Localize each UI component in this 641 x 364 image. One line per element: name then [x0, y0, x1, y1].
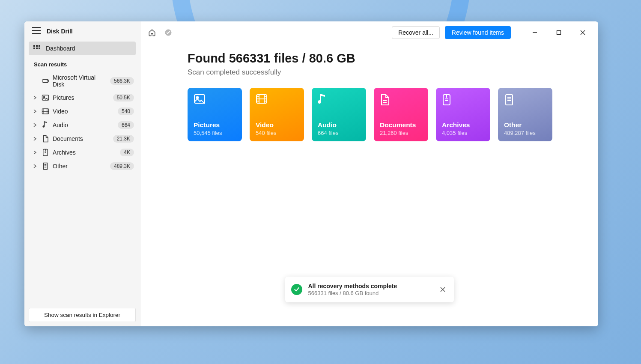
- card-title: Documents: [380, 121, 422, 129]
- tree-item-pictures[interactable]: Pictures50.5K: [24, 91, 140, 104]
- archives-icon: [442, 94, 484, 107]
- sidebar-footer: Show scan results in Explorer: [24, 304, 140, 326]
- chevron-right-icon: [32, 95, 38, 100]
- page-icon: [41, 162, 50, 170]
- toast-close-icon[interactable]: [438, 284, 448, 295]
- check-badge-icon[interactable]: [163, 27, 174, 38]
- pictures-icon: [194, 94, 236, 107]
- zip-icon: [41, 149, 50, 156]
- count-badge: 50.5K: [113, 94, 134, 101]
- svg-point-7: [47, 81, 48, 81]
- card-file-count: 664 files: [318, 130, 360, 136]
- card-documents[interactable]: Documents21,260 files: [374, 88, 428, 141]
- chevron-right-icon: [32, 123, 38, 127]
- sidebar-header: Disk Drill: [24, 21, 140, 42]
- sidebar: Disk Drill Dashboard Scan results Micros…: [24, 21, 140, 326]
- card-file-count: 50,545 files: [194, 130, 236, 136]
- nav-dashboard-label: Dashboard: [46, 45, 75, 52]
- tree-item-audio[interactable]: Audio664: [24, 118, 140, 132]
- card-title: Other: [504, 121, 546, 129]
- count-badge: 540: [118, 107, 134, 115]
- card-title: Audio: [318, 121, 360, 129]
- nav-dashboard[interactable]: Dashboard: [29, 42, 136, 55]
- svg-rect-0: [33, 45, 35, 47]
- card-file-count: 489,287 files: [504, 130, 546, 136]
- tree-item-documents[interactable]: Documents21.3K: [24, 132, 140, 146]
- card-audio[interactable]: Audio664 files: [312, 88, 366, 141]
- tree-item-microsoft-virtual-disk[interactable]: Microsoft Virtual Disk566.3K: [24, 71, 140, 91]
- card-title: Archives: [442, 121, 484, 129]
- image-icon: [41, 94, 50, 101]
- card-file-count: 4,035 files: [442, 130, 484, 136]
- tree-item-label: Documents: [53, 135, 110, 142]
- card-other[interactable]: Other489,287 files: [498, 88, 552, 141]
- svg-rect-13: [557, 31, 561, 35]
- card-title: Pictures: [194, 121, 236, 129]
- card-pictures[interactable]: Pictures50,545 files: [188, 88, 242, 141]
- count-badge: 21.3K: [113, 135, 134, 143]
- card-file-count: 21,260 files: [380, 130, 422, 136]
- count-badge: 566.3K: [110, 77, 134, 85]
- tree-item-label: Audio: [53, 122, 115, 128]
- tree-item-label: Archives: [53, 149, 117, 156]
- found-headline: Found 566331 files / 80.6 GB: [188, 51, 598, 66]
- chevron-right-icon: [32, 109, 38, 113]
- chevron-right-icon: [32, 150, 38, 155]
- scan-results-tree: Microsoft Virtual Disk566.3KPictures50.5…: [24, 71, 140, 173]
- category-cards: Pictures50,545 filesVideo540 filesAudio6…: [188, 88, 598, 141]
- main-area: Recover all... Review found items Found …: [140, 21, 598, 326]
- check-icon: [291, 284, 302, 295]
- film-icon: [41, 108, 50, 115]
- tree-item-label: Video: [53, 108, 115, 115]
- tree-item-video[interactable]: Video540: [24, 104, 140, 118]
- show-in-explorer-button[interactable]: Show scan results in Explorer: [29, 308, 136, 322]
- content: Found 566331 files / 80.6 GB Scan comple…: [140, 44, 598, 141]
- tree-item-label: Other: [53, 163, 107, 170]
- card-file-count: 540 files: [256, 130, 298, 136]
- grid-icon: [33, 45, 41, 52]
- svg-rect-3: [33, 48, 35, 49]
- review-found-items-button[interactable]: Review found items: [445, 26, 511, 39]
- tree-item-label: Pictures: [53, 94, 110, 101]
- count-badge: 489.3K: [110, 162, 134, 170]
- card-video[interactable]: Video540 files: [250, 88, 304, 141]
- app-window: Disk Drill Dashboard Scan results Micros…: [24, 21, 598, 326]
- window-minimize-icon[interactable]: [525, 26, 544, 39]
- card-title: Video: [256, 121, 298, 129]
- toast-subtitle: 566331 files / 80.6 GB found: [308, 290, 432, 296]
- tree-item-other[interactable]: Other489.3K: [24, 159, 140, 173]
- scan-results-label: Scan results: [24, 55, 140, 71]
- scan-status: Scan completed successfully: [188, 68, 598, 77]
- toolbar: Recover all... Review found items: [140, 21, 598, 44]
- card-archives[interactable]: Archives4,035 files: [436, 88, 490, 141]
- window-close-icon[interactable]: [573, 26, 592, 39]
- svg-rect-1: [36, 45, 38, 47]
- svg-rect-18: [506, 95, 513, 105]
- count-badge: 4K: [120, 149, 134, 156]
- note-icon: [41, 121, 50, 129]
- disk-icon: [41, 78, 50, 84]
- home-icon[interactable]: [146, 27, 158, 38]
- audio-icon: [318, 94, 360, 107]
- chevron-right-icon: [32, 164, 38, 168]
- other-icon: [504, 94, 546, 107]
- svg-rect-2: [39, 45, 40, 47]
- recover-all-button[interactable]: Recover all...: [392, 26, 440, 39]
- menu-icon[interactable]: [32, 27, 41, 36]
- completion-toast: All recovery methods complete 566331 fil…: [285, 277, 454, 302]
- count-badge: 664: [118, 121, 134, 129]
- svg-rect-5: [39, 48, 40, 49]
- tree-item-archives[interactable]: Archives4K: [24, 146, 140, 159]
- tree-item-label: Microsoft Virtual Disk: [53, 74, 107, 88]
- doc-icon: [41, 135, 50, 143]
- documents-icon: [380, 94, 422, 107]
- svg-rect-4: [36, 48, 38, 49]
- toast-title: All recovery methods complete: [308, 283, 432, 289]
- app-title: Disk Drill: [47, 28, 73, 35]
- window-maximize-icon[interactable]: [549, 26, 568, 39]
- chevron-right-icon: [32, 137, 38, 141]
- video-icon: [256, 94, 298, 107]
